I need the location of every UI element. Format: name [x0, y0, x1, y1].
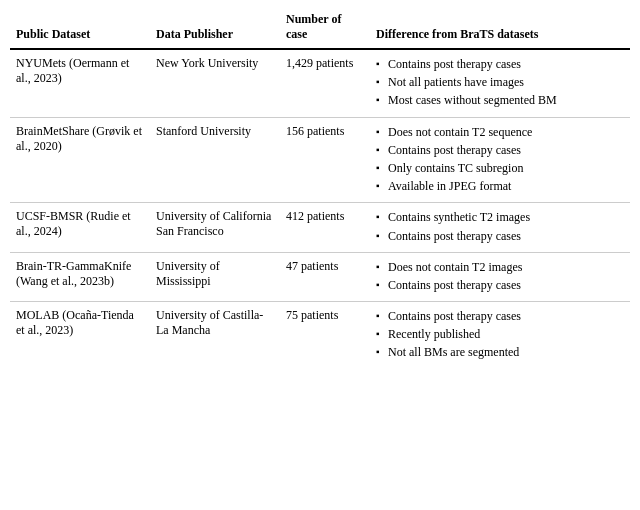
cell-dataset: MOLAB (Ocaña-Tienda et al., 2023) — [10, 302, 150, 369]
cell-diff: Does not contain T2 imagesContains post … — [370, 252, 630, 301]
diff-item: Contains synthetic T2 images — [376, 209, 624, 225]
cell-publisher: University of Castilla-La Mancha — [150, 302, 280, 369]
diff-item: Not all patients have images — [376, 74, 624, 90]
table-row: NYUMets (Oermann et al., 2023)New York U… — [10, 49, 630, 117]
diff-item: Available in JPEG format — [376, 178, 624, 194]
comparison-table: Public Dataset Data Publisher Number of … — [10, 8, 630, 369]
cell-publisher: Stanford University — [150, 117, 280, 203]
header-publisher: Data Publisher — [150, 8, 280, 49]
diff-item: Does not contain T2 sequence — [376, 124, 624, 140]
cell-cases: 75 patients — [280, 302, 370, 369]
diff-item: Most cases without segmented BM — [376, 92, 624, 108]
diff-item: Contains post therapy cases — [376, 142, 624, 158]
header-dataset: Public Dataset — [10, 8, 150, 49]
cell-diff: Does not contain T2 sequenceContains pos… — [370, 117, 630, 203]
cell-publisher: University of Mississippi — [150, 252, 280, 301]
table-row: UCSF-BMSR (Rudie et al., 2024)University… — [10, 203, 630, 252]
table-row: BrainMetShare (Grøvik et al., 2020)Stanf… — [10, 117, 630, 203]
diff-item: Contains post therapy cases — [376, 228, 624, 244]
header-diff: Difference from BraTS datasets — [370, 8, 630, 49]
table-container: Public Dataset Data Publisher Number of … — [0, 0, 640, 377]
cell-dataset: NYUMets (Oermann et al., 2023) — [10, 49, 150, 117]
diff-item: Only contains TC subregion — [376, 160, 624, 176]
cell-cases: 47 patients — [280, 252, 370, 301]
cell-publisher: University of California San Francisco — [150, 203, 280, 252]
cell-diff: Contains post therapy casesRecently publ… — [370, 302, 630, 369]
cell-cases: 1,429 patients — [280, 49, 370, 117]
cell-dataset: BrainMetShare (Grøvik et al., 2020) — [10, 117, 150, 203]
cell-cases: 412 patients — [280, 203, 370, 252]
diff-item: Does not contain T2 images — [376, 259, 624, 275]
cell-dataset: UCSF-BMSR (Rudie et al., 2024) — [10, 203, 150, 252]
header-cases: Number of case — [280, 8, 370, 49]
cell-cases: 156 patients — [280, 117, 370, 203]
cell-diff: Contains post therapy casesNot all patie… — [370, 49, 630, 117]
diff-item: Not all BMs are segmented — [376, 344, 624, 360]
table-row: Brain-TR-GammaKnife (Wang et al., 2023b)… — [10, 252, 630, 301]
diff-item: Contains post therapy cases — [376, 308, 624, 324]
diff-item: Contains post therapy cases — [376, 277, 624, 293]
cell-dataset: Brain-TR-GammaKnife (Wang et al., 2023b) — [10, 252, 150, 301]
diff-item: Contains post therapy cases — [376, 56, 624, 72]
cell-publisher: New York University — [150, 49, 280, 117]
diff-item: Recently published — [376, 326, 624, 342]
table-row: MOLAB (Ocaña-Tienda et al., 2023)Univers… — [10, 302, 630, 369]
cell-diff: Contains synthetic T2 imagesContains pos… — [370, 203, 630, 252]
